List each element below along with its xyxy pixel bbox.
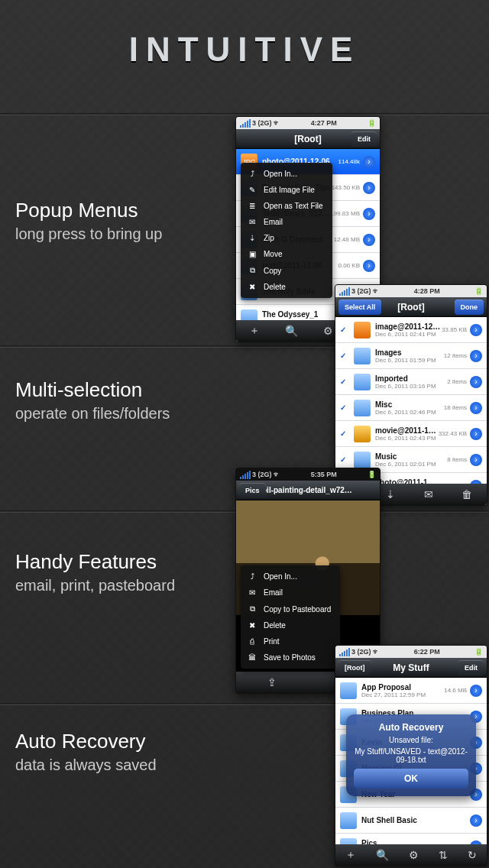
menu-item[interactable]: ▣Move (241, 246, 332, 262)
menu-item-icon: ⧉ (247, 604, 257, 614)
detail-disclosure-icon[interactable]: › (470, 428, 482, 440)
battery-icon: 🔋 (368, 471, 376, 478)
menu-item[interactable]: ✉Email (241, 214, 332, 230)
section-sub: data is always saved (15, 756, 157, 774)
list-item[interactable]: App ProposalDec 27, 2011 12:59 PM14.6 MB… (335, 678, 487, 704)
add-icon[interactable]: ＋ (345, 848, 356, 862)
check-icon[interactable]: ✓ (340, 429, 351, 438)
item-sub: Dec 6, 2011 02:43 PM (375, 435, 439, 442)
menu-item-icon: ⇣ (247, 234, 257, 242)
bottom-toolbar: ＋ 🔍 ⚙ ⇅ ↻ (335, 844, 487, 866)
edit-button[interactable]: Edit (351, 131, 377, 147)
menu-item-icon: ⎙ (247, 637, 257, 646)
menu-item-label: Copy to Pasteboard (264, 605, 331, 614)
clock-label: 6:22 PM (414, 648, 440, 656)
wifi-icon: ᯤ (274, 471, 280, 478)
list-item[interactable]: ✓MiscDec 6, 2011 02:46 PM18 items› (335, 395, 487, 421)
mail-icon[interactable]: ✉ (424, 488, 433, 500)
menu-item-icon: ▣ (247, 250, 257, 258)
detail-disclosure-icon[interactable]: › (470, 402, 482, 414)
list-item[interactable]: PicsToday 05:53 PM› (335, 834, 487, 844)
detail-disclosure-icon[interactable]: › (470, 815, 482, 827)
item-sub: Dec 6, 2011 01:59 PM (375, 357, 444, 364)
item-sub: Dec 27, 2011 12:59 PM (361, 691, 444, 698)
share-icon[interactable]: ⇪ (267, 676, 277, 688)
menu-item[interactable]: ⎙Print (241, 633, 340, 649)
detail-disclosure-icon[interactable]: › (363, 156, 375, 168)
sort-icon[interactable]: ⇅ (439, 849, 448, 861)
menu-item-label: Zip (264, 234, 274, 242)
check-icon[interactable]: ✓ (340, 455, 351, 464)
menu-item-label: Email (264, 218, 283, 226)
wifi-icon: ᯤ (274, 119, 280, 127)
menu-item[interactable]: ✖Delete (241, 279, 332, 295)
check-icon[interactable]: ✓ (340, 403, 351, 412)
menu-item[interactable]: ✉Email (241, 585, 340, 601)
gear-icon[interactable]: ⚙ (409, 849, 419, 861)
menu-item[interactable]: ⧉Copy to Pasteboard (241, 601, 340, 617)
add-icon[interactable]: ＋ (249, 324, 260, 338)
detail-disclosure-icon[interactable]: › (470, 376, 482, 388)
list-item[interactable]: ✓ImportedDec 6, 2011 03:16 PM2 items› (335, 369, 487, 395)
list-item[interactable]: ✓movie@2011-12-06Dec 6, 2011 02:43 PM332… (335, 421, 487, 447)
detail-disclosure-icon[interactable]: › (470, 454, 482, 466)
item-name: Nut Shell Basic (361, 816, 470, 824)
nav-title: oil-painting-detail_w725... (262, 486, 354, 494)
menu-item-label: Delete (264, 621, 286, 630)
done-button[interactable]: Done (455, 300, 484, 315)
back-button[interactable]: [Root] (338, 660, 371, 675)
check-icon[interactable]: ✓ (340, 326, 351, 334)
battery-icon: 🔋 (474, 287, 483, 295)
zip-icon[interactable]: ⇣ (386, 488, 395, 500)
detail-disclosure-icon[interactable]: › (363, 208, 375, 220)
item-meta: 199.83 MB (330, 210, 360, 217)
back-button[interactable]: Pics (239, 483, 266, 498)
menu-item[interactable]: ✖Delete (241, 617, 340, 633)
section-title: Auto Recovery (15, 730, 157, 753)
detail-disclosure-icon[interactable]: › (363, 234, 375, 246)
search-icon[interactable]: 🔍 (376, 849, 389, 861)
item-meta: 143.50 KB (332, 184, 360, 191)
menu-item-icon: ✖ (247, 621, 257, 630)
list-item[interactable]: ✓ImagesDec 6, 2011 01:59 PM12 items› (335, 343, 487, 369)
item-sub: Dec 6, 2011 02:01 PM (375, 461, 447, 468)
item-meta: 18 items (444, 404, 467, 411)
alert-ok-button[interactable]: OK (354, 769, 468, 789)
gear-icon[interactable]: ⚙ (323, 325, 333, 337)
headline: INTUITIVE (0, 31, 489, 69)
menu-item[interactable]: ⤴Open In... (241, 568, 340, 585)
detail-disclosure-icon[interactable]: › (470, 324, 482, 336)
detail-disclosure-icon[interactable]: › (470, 350, 482, 362)
check-icon[interactable]: ✓ (340, 351, 351, 360)
item-meta: 8 items (447, 456, 467, 463)
search-icon[interactable]: 🔍 (285, 325, 298, 337)
trash-icon[interactable]: 🗑 (461, 488, 472, 500)
menu-item[interactable]: ⇣Zip (241, 230, 332, 246)
detail-disclosure-icon[interactable]: › (470, 506, 482, 507)
item-name: Imported (375, 374, 447, 383)
detail-disclosure-icon[interactable]: › (470, 685, 482, 697)
edit-button[interactable]: Edit (458, 660, 484, 675)
menu-item-label: Open In... (264, 572, 297, 581)
nav-title: My Stuff (393, 662, 429, 673)
battery-icon: 🔋 (474, 648, 483, 656)
menu-item[interactable]: ⧉Copy (241, 262, 332, 279)
refresh-icon[interactable]: ↻ (468, 849, 477, 861)
section-sub: long press to bring up (15, 225, 162, 243)
list-item[interactable]: ✓image@2011-12-06Dec 6, 2011 02:41 PM33.… (335, 317, 487, 343)
signal-icon (339, 287, 350, 296)
menu-item[interactable]: ≣Open as Text File (241, 198, 332, 214)
menu-item[interactable]: ⤴Open In... (241, 166, 332, 182)
menu-item[interactable]: ✎Edit Image File (241, 182, 332, 198)
detail-disclosure-icon[interactable]: › (363, 182, 375, 194)
file-icon (340, 812, 357, 829)
check-icon[interactable]: ✓ (340, 377, 351, 386)
list-item[interactable]: Nut Shell Basic› (335, 808, 487, 834)
menu-item-icon: ⤴ (247, 170, 257, 178)
menu-item-label: Save to Photos (264, 653, 316, 662)
detail-disclosure-icon[interactable]: › (363, 260, 375, 272)
menu-item[interactable]: 🏛Save to Photos (241, 649, 340, 666)
menu-item-label: Print (264, 637, 280, 646)
section-sub: operate on files/folders (15, 405, 170, 423)
select-all-button[interactable]: Select All (338, 300, 381, 315)
